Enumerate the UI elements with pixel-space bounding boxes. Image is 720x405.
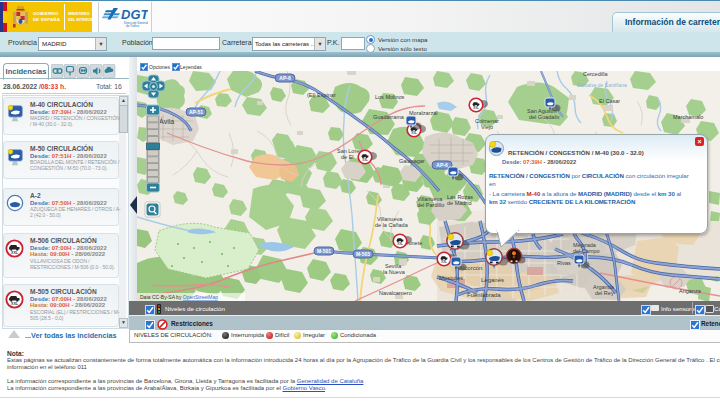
svg-text:Fuenlabrada: Fuenlabrada bbox=[467, 292, 501, 298]
svg-text:(El) Espinar: (El) Espinar bbox=[307, 92, 336, 98]
svg-text:AP-51: AP-51 bbox=[189, 109, 203, 115]
svg-text:AP-6: AP-6 bbox=[279, 75, 291, 81]
svg-text:XXL: XXL bbox=[11, 302, 19, 306]
svg-text:Leganés: Leganés bbox=[481, 277, 504, 283]
svg-text:Navalcarnero: Navalcarnero bbox=[379, 290, 412, 296]
svg-text:Cercedilla: Cercedilla bbox=[583, 71, 608, 77]
svg-text:de Madrid: de Madrid bbox=[447, 200, 471, 206]
svg-text:Ávila: Ávila bbox=[159, 117, 174, 125]
svg-text:la Nueva: la Nueva bbox=[383, 269, 406, 275]
svg-text:Los Molinos: Los Molinos bbox=[375, 94, 405, 100]
svg-text:Galapagar: Galapagar bbox=[399, 158, 425, 164]
svg-text:Móstoles: Móstoles bbox=[439, 275, 463, 281]
svg-text:Marchamalo: Marchamalo bbox=[673, 114, 703, 120]
svg-text:de la Cañada: de la Cañada bbox=[375, 222, 409, 228]
svg-text:Data CC-By-SA by OpenStreetMap: Data CC-By-SA by OpenStreetMap bbox=[140, 294, 218, 300]
svg-text:Moralzarzal: Moralzarzal bbox=[409, 110, 437, 116]
svg-text:del Pardillo: del Pardillo bbox=[417, 202, 444, 208]
svg-text:del Campo: del Campo bbox=[573, 248, 600, 254]
svg-text:AP-6: AP-6 bbox=[436, 162, 448, 168]
svg-text:Embalse de Santillana: Embalse de Santillana bbox=[577, 82, 627, 88]
svg-text:Viejo: Viejo bbox=[481, 124, 493, 130]
svg-text:de Tráfico: de Tráfico bbox=[126, 24, 140, 28]
svg-text:de El: de El bbox=[341, 154, 354, 160]
svg-text:Guadarrama: Guadarrama bbox=[373, 114, 405, 120]
svg-text:M-501: M-501 bbox=[317, 248, 331, 254]
svg-text:del Guadalix: del Guadalix bbox=[529, 114, 560, 120]
svg-text:XXL: XXL bbox=[11, 251, 19, 255]
svg-text:del Rey: del Rey bbox=[595, 290, 614, 296]
svg-text:M-503: M-503 bbox=[356, 251, 370, 257]
svg-text:El Casar: El Casar bbox=[599, 98, 620, 104]
svg-text:Rivas: Rivas bbox=[557, 260, 571, 266]
svg-text:Anganza: Anganza bbox=[679, 288, 702, 294]
